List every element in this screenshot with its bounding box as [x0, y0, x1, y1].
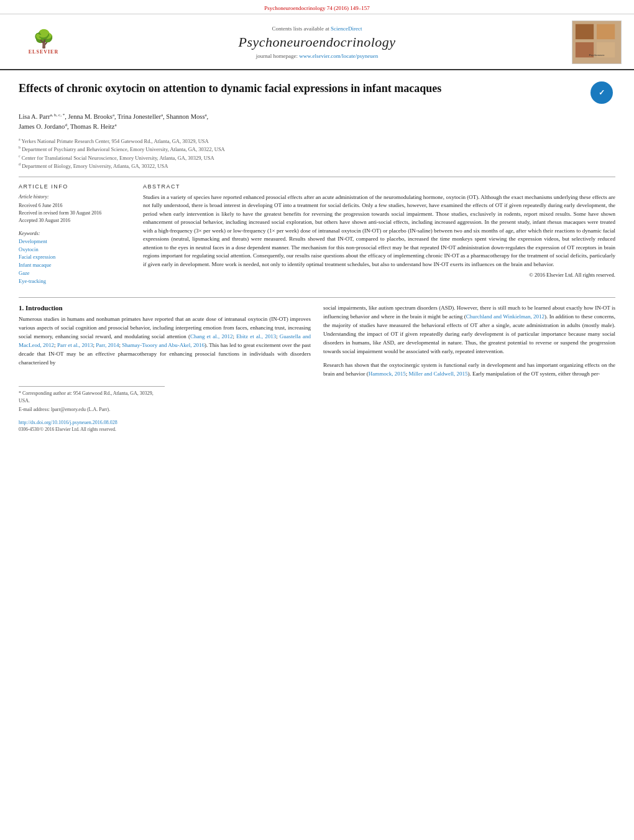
abstract-text: Studies in a variety of species have rep…	[143, 193, 615, 279]
accepted-date: Accepted 30 August 2016	[19, 217, 131, 224]
received-date: Received 6 June 2016	[19, 202, 131, 210]
crossmark-svg: ✓	[590, 81, 613, 104]
keyword-development: Development	[19, 238, 131, 246]
author-jonesteller: Trina Jonestellera	[117, 113, 163, 120]
revised-date: Received in revised form 30 August 2016	[19, 210, 131, 217]
journal-header: 🌳 ELSEVIER Contents lists available at S…	[0, 14, 634, 70]
elsevier-logo: 🌳 ELSEVIER	[19, 27, 68, 58]
elsevier-tree-icon: 🌳	[33, 30, 55, 48]
homepage-label: journal homepage:	[256, 53, 298, 59]
journal-title: Psychoneuroendocrinology	[75, 34, 559, 50]
footnote-email: E-mail address: lparr@emory.edu (L.A. Pa…	[19, 406, 165, 413]
crossmark-icon[interactable]: ✓	[590, 81, 613, 104]
divider-1	[19, 177, 615, 177]
ref-parr-2013[interactable]: Parr et al., 2013	[57, 342, 93, 348]
article-info-content: Article history: Received 6 June 2016 Re…	[19, 193, 131, 224]
keywords-section: Keywords: Development Oxytocin Facial ex…	[19, 231, 131, 285]
authors-line: Lisa A. Parra, b, c, *, Jenna M. Brooksa…	[19, 111, 615, 132]
journal-reference: Psychoneuroendocrinology 74 (2016) 149–1…	[264, 5, 370, 11]
homepage-line: journal homepage: www.elsevier.com/locat…	[75, 53, 559, 59]
abstract-header: ABSTRACT	[143, 183, 615, 190]
article-info-header: ARTICLE INFO	[19, 183, 131, 190]
body-two-col: 1. Introduction Numerous studies in huma…	[19, 304, 615, 432]
section-1-title: 1. Introduction	[19, 304, 311, 312]
contents-available-line: Contents lists available at ScienceDirec…	[75, 25, 559, 32]
ref-shamay[interactable]: Shamay-Tsoory and Abu-Akel, 2016	[122, 342, 204, 348]
affiliation-b: b Department of Psychiatry and Behaviora…	[19, 145, 615, 154]
journal-cover-thumbnail: Psychoneuro	[572, 21, 622, 64]
keyword-facial-expression: Facial expression	[19, 253, 131, 261]
footnote-star-text: * Corresponding author at: 954 Gatewood …	[19, 390, 154, 404]
intro-paragraph-right-2: Research has shown that the oxytocinergi…	[323, 361, 615, 379]
keyword-gaze: Gaze	[19, 269, 131, 277]
sciencedirect-link[interactable]: ScienceDirect	[331, 25, 362, 32]
journal-reference-bar: Psychoneuroendocrinology 74 (2016) 149–1…	[0, 0, 634, 14]
ref-chang-2012[interactable]: Chang et al., 2012	[190, 333, 233, 339]
homepage-url[interactable]: www.elsevier.com/locate/psyneuen	[299, 53, 378, 59]
journal-thumbnail-area: Psychoneuro	[559, 21, 622, 64]
ref-hammock[interactable]: Hammock, 2015	[369, 371, 406, 377]
affiliation-d: d Department of Biology, Emory Universit…	[19, 162, 615, 170]
abstract-column: ABSTRACT Studies in a variety of species…	[143, 183, 615, 285]
cover-image-svg: Psychoneuro	[572, 21, 621, 64]
history-label: Article history:	[19, 193, 131, 201]
doi-line: http://dx.doi.org/10.1016/j.psyneuen.201…	[19, 420, 165, 425]
svg-rect-1	[576, 24, 594, 39]
author-brooks: Jenna M. Brooksa	[68, 113, 114, 120]
ref-ebitz-2013[interactable]: Ebitz et al., 2013	[236, 333, 276, 339]
article-info-abstract-section: ARTICLE INFO Article history: Received 6…	[19, 183, 615, 285]
ref-parr-2014[interactable]: Parr, 2014	[96, 342, 119, 348]
svg-text:Psychoneuro: Psychoneuro	[589, 53, 605, 57]
article-info-column: ARTICLE INFO Article history: Received 6…	[19, 183, 131, 285]
affiliation-a: a Yerkes National Primate Research Cente…	[19, 137, 615, 145]
email-link[interactable]: lparr@emory.edu	[51, 407, 86, 412]
author-parr: Lisa A. Parra, b, c, *	[19, 113, 65, 120]
copyright-notice: © 2016 Elsevier Ltd. All rights reserved…	[143, 271, 615, 279]
page-wrapper: Psychoneuroendocrinology 74 (2016) 149–1…	[0, 0, 634, 840]
keyword-oxytocin: Oxytocin	[19, 246, 131, 254]
keyword-infant-macaque: Infant macaque	[19, 261, 131, 269]
body-col-right: social impairments, like autism spectrum…	[323, 304, 615, 432]
keywords-label: Keywords:	[19, 231, 131, 236]
abstract-body: Studies in a variety of species have rep…	[143, 194, 615, 267]
publisher-logo-area: 🌳 ELSEVIER	[12, 27, 75, 58]
crossmark-badge[interactable]: ✓	[590, 81, 615, 106]
email-person: (L.A. Parr).	[87, 407, 110, 412]
section-number: 1.	[19, 304, 24, 312]
ref-miller[interactable]: Miller and Caldwell, 2015	[409, 371, 468, 377]
rights-line: 0306-4530/© 2016 Elsevier Ltd. All right…	[19, 427, 165, 432]
elsevier-label: ELSEVIER	[29, 49, 58, 55]
intro-paragraph-right-1: social impairments, like autism spectrum…	[323, 304, 615, 356]
svg-text:✓: ✓	[599, 88, 605, 97]
article-title-section: Effects of chronic oxytocin on attention…	[19, 76, 615, 106]
svg-rect-2	[597, 24, 615, 39]
author-moss: Shannon Mossa	[166, 113, 206, 120]
keyword-eye-tracking: Eye-tracking	[19, 277, 131, 285]
affiliations: a Yerkes National Primate Research Cente…	[19, 137, 615, 170]
body-col-left: 1. Introduction Numerous studies in huma…	[19, 304, 311, 432]
article-title: Effects of chronic oxytocin on attention…	[19, 81, 584, 96]
footnote-area: * Corresponding author at: 954 Gatewood …	[19, 386, 165, 432]
article-content: Effects of chronic oxytocin on attention…	[0, 70, 634, 445]
intro-paragraph-left: Numerous studies in humans and nonhuman …	[19, 315, 311, 367]
ref-churchland[interactable]: Churchland and Winkielman, 2012	[466, 313, 544, 320]
email-label: E-mail address:	[19, 407, 50, 412]
doi-link[interactable]: http://dx.doi.org/10.1016/j.psyneuen.201…	[19, 420, 117, 425]
section-title-text: Introduction	[25, 304, 63, 312]
author-heitz: Thomas R. Heitza	[70, 123, 117, 130]
footnote-star: * Corresponding author at: 954 Gatewood …	[19, 390, 165, 405]
author-jordano: James O. Jordanod	[19, 123, 67, 130]
journal-center: Contents lists available at ScienceDirec…	[75, 25, 559, 59]
contents-label: Contents lists available at	[272, 25, 329, 32]
main-body: 1. Introduction Numerous studies in huma…	[19, 297, 615, 432]
affiliation-c: c Center for Translational Social Neuros…	[19, 154, 615, 162]
